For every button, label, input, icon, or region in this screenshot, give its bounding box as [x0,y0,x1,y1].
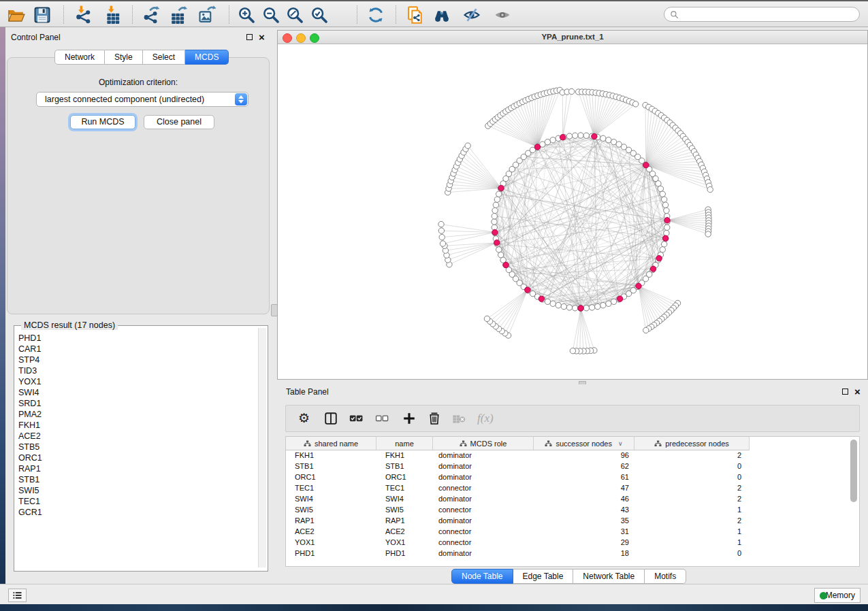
tab-select[interactable]: Select [143,50,185,65]
cell-predecessor-nodes[interactable]: 1 [634,526,750,537]
delete-row-icon[interactable] [427,411,442,426]
table-tab-node-table[interactable]: Node Table [451,569,513,584]
table-tab-motifs[interactable]: Motifs [645,569,686,584]
result-scrollbar[interactable] [258,328,266,567]
cell-MCDS-role[interactable]: connector [433,504,534,515]
zoom-out-icon[interactable] [261,5,280,24]
result-node-item[interactable]: RAP1 [18,463,250,474]
cell-successor-nodes[interactable]: 43 [534,504,634,515]
table-tab-network-table[interactable]: Network Table [573,569,645,584]
cell-successor-nodes[interactable]: 61 [534,472,634,482]
export-network-icon[interactable] [142,5,161,24]
cell-MCDS-role[interactable]: dominator [433,472,534,482]
export-image-icon[interactable] [197,5,216,24]
cell-name[interactable]: ACE2 [376,526,433,537]
cell-name[interactable]: STB1 [376,461,433,472]
task-history-button[interactable] [8,589,27,602]
mcds-result-list[interactable]: PHD1CAR1STP4TID3YOX1SWI4SRD1PMA2FKH1ACE2… [18,333,250,518]
show-column-icon[interactable] [323,411,338,426]
cell-MCDS-role[interactable]: connector [433,537,534,548]
cell-successor-nodes[interactable]: 18 [534,548,634,559]
cell-shared-name[interactable]: STB1 [286,461,376,472]
hide-selected-icon[interactable] [462,5,481,24]
result-node-item[interactable]: ACE2 [18,431,250,442]
table-row[interactable]: ORC1ORC1dominator610 [286,472,859,482]
column-header-successor-nodes[interactable]: successor nodes∨ [534,437,634,450]
result-node-item[interactable]: SRD1 [18,398,250,409]
cell-MCDS-role[interactable]: dominator [433,461,534,472]
cell-predecessor-nodes[interactable]: 0 [634,548,750,559]
cell-predecessor-nodes[interactable]: 2 [634,450,750,461]
cell-successor-nodes[interactable]: 62 [534,461,634,472]
cell-MCDS-role[interactable]: dominator [433,515,534,526]
show-all-icon[interactable] [493,5,512,24]
cell-successor-nodes[interactable]: 31 [534,526,634,537]
result-node-item[interactable]: STB1 [18,474,250,485]
result-node-item[interactable]: PMA2 [18,409,250,420]
cell-shared-name[interactable]: RAP1 [286,515,376,526]
result-node-item[interactable]: STB5 [18,442,250,452]
search-field[interactable] [664,7,860,22]
network-titlebar[interactable]: YPA_prune.txt_1 [278,31,867,44]
cell-shared-name[interactable]: ACE2 [286,526,376,537]
cell-successor-nodes[interactable]: 96 [534,450,634,461]
cell-predecessor-nodes[interactable]: 0 [634,461,750,472]
cell-name[interactable]: RAP1 [376,515,433,526]
clone-network-icon[interactable] [406,5,425,24]
cell-name[interactable]: PHD1 [376,548,433,559]
cell-predecessor-nodes[interactable]: 1 [634,504,750,515]
result-node-item[interactable]: ORC1 [18,452,250,463]
table-row[interactable]: STB1STB1dominator620 [286,461,859,472]
cell-MCDS-role[interactable]: connector [433,482,534,493]
cell-name[interactable]: ORC1 [376,472,433,482]
zoom-fit-icon[interactable] [285,5,304,24]
column-header-MCDS-role[interactable]: MCDS role [433,437,534,450]
table-row[interactable]: YOX1YOX1connector291 [286,537,859,548]
cell-shared-name[interactable]: FKH1 [286,450,376,461]
tab-mcds[interactable]: MCDS [185,50,229,65]
result-node-item[interactable]: GCR1 [18,507,250,518]
result-node-item[interactable]: YOX1 [18,376,250,387]
export-table-icon[interactable] [169,5,188,24]
optimization-criterion-select[interactable]: largest connected component (undirected) [36,92,248,107]
cell-shared-name[interactable]: PHD1 [286,548,376,559]
cell-predecessor-nodes[interactable]: 0 [634,472,750,482]
result-node-item[interactable]: FKH1 [18,420,250,431]
open-session-icon[interactable] [7,5,26,24]
table-row[interactable]: RAP1RAP1dominator352 [286,515,859,526]
cell-predecessor-nodes[interactable]: 2 [634,493,750,504]
cell-name[interactable]: YOX1 [376,537,433,548]
column-header-name[interactable]: name [376,437,433,450]
settings-gear-icon[interactable]: ⚙ [298,411,313,426]
result-node-item[interactable]: TID3 [18,365,250,376]
cell-predecessor-nodes[interactable]: 2 [634,515,750,526]
result-node-item[interactable]: TEC1 [18,496,250,507]
clear-checkboxes-icon[interactable] [374,411,389,426]
table-row[interactable]: ACE2ACE2connector311 [286,526,859,537]
import-network-icon[interactable] [74,5,93,24]
refresh-layout-icon[interactable] [366,5,385,24]
tab-style[interactable]: Style [105,50,143,65]
cell-name[interactable]: TEC1 [376,482,433,493]
result-node-item[interactable]: SWI4 [18,387,250,398]
cell-shared-name[interactable]: ORC1 [286,472,376,482]
cell-predecessor-nodes[interactable]: 1 [634,537,750,548]
table-row[interactable]: SWI5SWI5connector431 [286,504,859,515]
float-table-panel-icon[interactable] [842,389,848,395]
save-session-icon[interactable] [33,5,52,24]
cell-MCDS-role[interactable]: dominator [433,493,534,504]
column-header-predecessor-nodes[interactable]: predecessor nodes [634,437,750,450]
add-row-icon[interactable] [402,411,417,426]
network-graph[interactable] [278,44,867,379]
cell-successor-nodes[interactable]: 46 [534,493,634,504]
cell-successor-nodes[interactable]: 47 [534,482,634,493]
close-panel-icon[interactable]: × [259,34,265,40]
zoom-selected-icon[interactable] [310,5,329,24]
table-row[interactable]: TEC1TEC1connector472 [286,482,859,493]
result-node-item[interactable]: SWI5 [18,485,250,496]
table-row[interactable]: SWI4SWI4dominator462 [286,493,859,504]
column-header-shared-name[interactable]: shared name [286,437,376,450]
cell-shared-name[interactable]: YOX1 [286,537,376,548]
import-table-icon[interactable] [103,5,123,24]
tab-network[interactable]: Network [54,50,105,65]
